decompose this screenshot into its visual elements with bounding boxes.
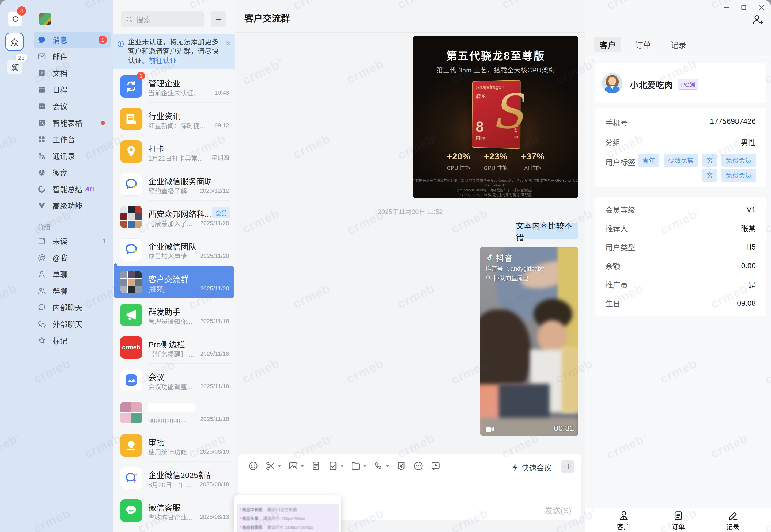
minimize-button[interactable] xyxy=(721,2,732,13)
sidebar-group-1[interactable]: @@我 xyxy=(34,249,111,266)
sidebar-toggle-button[interactable] xyxy=(561,460,574,473)
image-icon xyxy=(288,461,299,471)
sidebar-item-4[interactable]: 会议 xyxy=(34,98,111,114)
chat-item-title: 打卡 xyxy=(148,142,164,154)
image-button[interactable] xyxy=(288,461,304,471)
sidebar-group-5[interactable]: 外部聊天 xyxy=(34,316,111,332)
more-button[interactable] xyxy=(413,461,424,471)
panel-toggle-icon xyxy=(563,462,571,470)
footer-tab-客户[interactable]: 客户 xyxy=(612,510,636,532)
chevron-down-icon[interactable] xyxy=(363,465,367,467)
workspace-item-yan[interactable]: 颜 xyxy=(7,60,22,74)
video-message[interactable]: 抖音 抖音号: Candygirlbaby 掉队的鱼尾巴 00:31 xyxy=(480,247,578,436)
chat-list-item-12[interactable]: 企业微信2025新品发布8月20日上午 ...2025/08/18 xyxy=(114,462,234,494)
text-message-bubble[interactable]: 文本内容比较不错 xyxy=(516,223,578,239)
person-add-icon xyxy=(751,13,764,26)
sidebar-item-9[interactable]: 智能总结AI+ xyxy=(34,181,111,197)
chat-list-item-10[interactable]: ggggggggg...2025/11/18 xyxy=(114,396,234,429)
avatar[interactable] xyxy=(39,13,51,25)
sidebar-group-6[interactable]: 标记 xyxy=(34,332,111,349)
crm-tab-1[interactable]: 订单 xyxy=(630,37,657,52)
order-icon xyxy=(673,510,684,521)
sidebar-item-label: 智能表格 xyxy=(52,117,82,128)
customer-avatar xyxy=(602,73,623,93)
crm-tab-0[interactable]: 客户 xyxy=(594,37,621,52)
chat-list-item-11[interactable]: 审批使用统计功能...2025/08/19 xyxy=(114,429,234,462)
summary-icon xyxy=(37,185,46,193)
chevron-down-icon[interactable] xyxy=(300,465,304,467)
sidebar-group-0[interactable]: 未读1 xyxy=(34,233,111,249)
chevron-down-icon[interactable] xyxy=(340,465,344,467)
chat-list-item-9[interactable]: 会议会议功能调整...2025/11/18 xyxy=(114,364,234,396)
chat-list-item-13[interactable]: 微信客服查收昨日企业...2025/08/13 xyxy=(114,494,234,527)
sidebar-item-2[interactable]: 文档 xyxy=(34,65,111,81)
sidebar-group-2[interactable]: 单聊 xyxy=(34,266,111,282)
emoji-button[interactable] xyxy=(248,461,259,471)
send-button[interactable]: 发送(S) xyxy=(544,504,571,516)
user-tag[interactable]: 免费会员 xyxy=(722,154,756,167)
maximize-button[interactable] xyxy=(738,2,749,13)
sidebar-scrollbar[interactable] xyxy=(114,263,117,294)
sidebar-item-3[interactable]: 日程 xyxy=(34,81,111,98)
chat-list-item-0[interactable]: 1管理企业当前企业未认证， ...10:43 xyxy=(114,70,234,103)
chevron-down-icon[interactable] xyxy=(278,465,281,467)
sidebar-item-6[interactable]: 工作台 xyxy=(34,131,111,148)
meeting-icon xyxy=(37,102,46,110)
crm-tab-2[interactable]: 记录 xyxy=(665,37,692,52)
chat-list-item-14[interactable]: 数据资产交接 xyxy=(114,527,234,532)
unread-icon xyxy=(37,237,46,245)
file-button[interactable] xyxy=(311,461,321,471)
close-icon xyxy=(757,3,765,12)
chat-list-item-5[interactable]: 企业微信团队成员加入申请2025/11/20 xyxy=(114,233,234,266)
sidebar-item-8[interactable]: 微盘 xyxy=(34,164,111,181)
workspace-item-active[interactable]: 众 xyxy=(5,33,24,51)
footer-tab-订单[interactable]: 订单 xyxy=(666,510,690,532)
call-button[interactable] xyxy=(373,461,390,471)
chat-item-title: 微信客服 xyxy=(148,501,180,513)
product-form-popup[interactable]: *商品中长图:建议1:1正方形图*商品头像:建议尺寸: 750px*750px*… xyxy=(234,495,341,532)
sidebar-group-3[interactable]: 群聊 xyxy=(34,282,111,299)
red-packet-button[interactable] xyxy=(396,461,407,471)
file-icon xyxy=(311,461,321,471)
chat-item-preview: 红星新闻：保时捷... xyxy=(148,121,205,130)
add-chat-button[interactable] xyxy=(211,11,226,27)
stamp-icon xyxy=(124,438,139,453)
sidebar-section-groups: 分组 xyxy=(34,220,111,233)
customer-card: 小北爱吃肉 PC端 xyxy=(595,63,766,103)
user-tag[interactable]: 穷 xyxy=(702,154,717,167)
footer-tab-记录[interactable]: 记录 xyxy=(721,510,745,532)
chat-item-time: 2025/11/20 xyxy=(200,220,229,227)
quick-meeting-button[interactable]: 快速会议 xyxy=(511,462,551,473)
search-input[interactable]: 搜索 xyxy=(121,11,204,27)
sidebar-group-4[interactable]: 内部聊天 xyxy=(34,299,111,316)
sidebar-item-0[interactable]: 消息1 xyxy=(34,32,111,48)
unread-badge: 1 xyxy=(98,36,107,44)
chat-item-title: 管理企业 xyxy=(148,77,180,89)
close-notice-icon[interactable] xyxy=(225,40,232,47)
add-member-button[interactable] xyxy=(751,13,764,26)
history-button[interactable] xyxy=(430,461,441,471)
image-message[interactable]: 第五代骁龙8至尊版 第三代 3nm 工艺，搭载全大核CPU架构 Snapdrag… xyxy=(413,36,578,198)
screenshot-button[interactable] xyxy=(265,461,281,471)
chevron-down-icon[interactable] xyxy=(386,465,390,467)
sidebar-item-7[interactable]: 通讯录 xyxy=(34,148,111,164)
chat-list-item-1[interactable]: 行业资讯红星新闻：保时捷...09:12 xyxy=(114,103,234,135)
sidebar-item-10[interactable]: 高级功能 xyxy=(34,197,111,214)
chat-list-item-3[interactable]: 企业微信服务商助手预约直播了解...2025/12/12 xyxy=(114,168,234,201)
user-tag[interactable]: 青年 xyxy=(638,154,659,167)
chat-list-item-6[interactable]: 客户交流群[视频]2025/11/20 xyxy=(114,266,234,298)
chat-list-item-7[interactable]: 群发助手管理员通知你...2025/11/18 xyxy=(114,298,234,331)
sidebar-item-1[interactable]: 邮件 xyxy=(34,48,111,65)
chat-list-item-4[interactable]: 西安众邦网络科...全员马蒙蒙加入了...2025/11/20 xyxy=(114,201,234,233)
folder-button[interactable] xyxy=(350,461,367,471)
user-tag[interactable]: 免费会员 xyxy=(722,169,756,182)
chat-avatar-icon xyxy=(120,173,142,196)
chat-list-item-8[interactable]: crmebPro侧边栏【任务提醒】 ...2025/11/18 xyxy=(114,331,234,364)
todo-button[interactable] xyxy=(328,461,344,471)
close-button[interactable] xyxy=(756,2,767,13)
user-tag[interactable]: 穷 xyxy=(702,169,717,182)
go-verify-link[interactable]: 前往认证 xyxy=(149,57,177,65)
chat-list-item-2[interactable]: 打卡1月21日打卡异常...星期四 xyxy=(114,135,234,168)
sidebar-item-5[interactable]: 智能表格 xyxy=(34,114,111,131)
user-tag[interactable]: 少数民族 xyxy=(664,154,698,167)
